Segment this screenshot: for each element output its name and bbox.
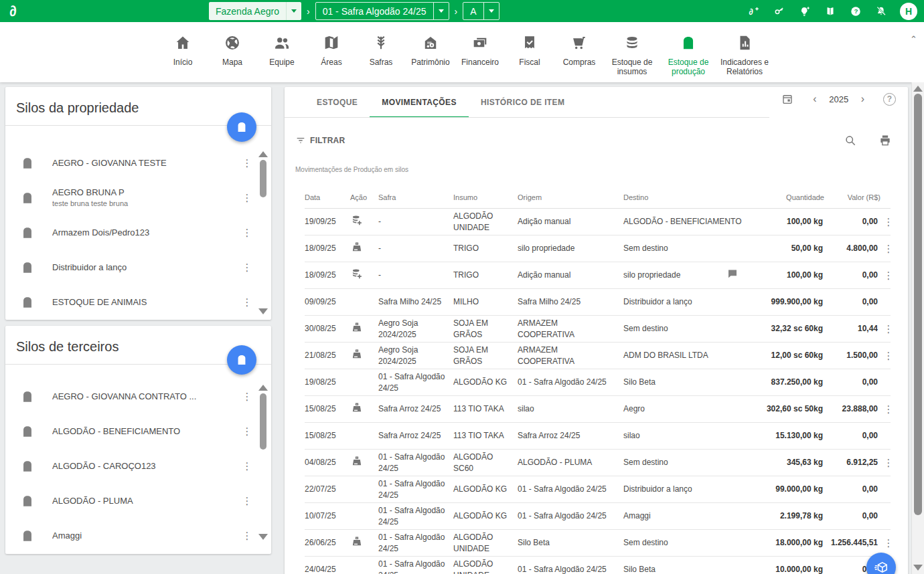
nav-item-inicio[interactable]: Início	[158, 29, 208, 77]
row-kebab-menu-icon[interactable]: ⋮	[880, 457, 897, 469]
row-kebab-menu-icon[interactable]: ⋮	[880, 216, 897, 228]
help-icon[interactable]: ?	[849, 5, 862, 18]
scrollbar-thumb[interactable]	[914, 94, 922, 515]
plot-selector[interactable]: A	[463, 2, 499, 20]
key-icon[interactable]	[773, 5, 786, 18]
calendar-icon[interactable]	[781, 92, 794, 106]
aegro-logo-icon[interactable]: ∂	[9, 2, 18, 20]
scroll-up-icon[interactable]	[913, 86, 923, 92]
silo-list-item[interactable]: Armazem Dois/Pedro123⋮	[5, 215, 255, 250]
scroll-up-icon[interactable]	[258, 151, 268, 157]
cell-valor: 10,44	[824, 323, 880, 334]
third-party-list-scrollbar[interactable]	[258, 385, 268, 540]
kebab-menu-icon[interactable]: ⋮	[239, 530, 255, 542]
table-row[interactable]: 10/07/2501 - Safra Algodão 24/25ALGODÃO …	[305, 503, 891, 530]
farm-selector[interactable]: Fazenda Aegro	[209, 2, 301, 20]
add-third-party-silo-button[interactable]	[227, 345, 256, 375]
season-selector[interactable]: 01 - Safra Algodão 24/25	[315, 2, 449, 20]
tab-movimentacoes[interactable]: MOVIMENTAÇÕES	[370, 87, 469, 118]
property-list-scrollbar[interactable]	[258, 151, 268, 314]
kebab-menu-icon[interactable]: ⋮	[239, 227, 255, 239]
scroll-down-icon[interactable]	[913, 565, 923, 571]
add-property-silo-button[interactable]	[227, 112, 256, 142]
table-row[interactable]: 21/08/25Aegro Soja 2024/2025SOJA EM GRÃO…	[305, 343, 891, 369]
kebab-menu-icon[interactable]: ⋮	[239, 192, 255, 204]
scroll-down-icon[interactable]	[258, 534, 268, 540]
silo-list-item[interactable]: AEGRO - GIOVANNA CONTRATO ...⋮	[5, 379, 255, 414]
help-circle-icon[interactable]: ?	[883, 93, 896, 106]
shipping-fab-button[interactable]	[866, 553, 896, 574]
row-kebab-menu-icon[interactable]: ⋮	[880, 270, 897, 282]
row-kebab-menu-icon[interactable]: ⋮	[880, 350, 897, 362]
nav-item-indicadores-relatorios[interactable]: Indicadores e Relatórios	[716, 29, 773, 77]
tab-estoque[interactable]: ESTOQUE	[305, 87, 370, 118]
nav-item-areas[interactable]: Áreas	[307, 29, 356, 77]
nav-item-estoque-insumos[interactable]: Estoque de insumos	[604, 29, 660, 77]
chevron-down-icon[interactable]	[483, 3, 499, 19]
kebab-menu-icon[interactable]: ⋮	[239, 157, 255, 169]
table-row[interactable]: 30/08/25Aegro Soja 2024/2025SOJA EM GRÃO…	[305, 316, 891, 343]
kebab-menu-icon[interactable]: ⋮	[239, 262, 255, 274]
knowledge-book-icon[interactable]	[824, 5, 837, 18]
silo-list-item[interactable]: ALGODÃO - BENEFICIAMENTO⋮	[5, 414, 255, 449]
nav-item-mapa[interactable]: Mapa	[208, 29, 257, 77]
kebab-menu-icon[interactable]: ⋮	[239, 391, 255, 403]
scrollbar-thumb[interactable]	[260, 160, 266, 197]
nav-item-patrimonio[interactable]: Patrimônio	[406, 29, 455, 77]
filter-button[interactable]: FILTRAR	[295, 135, 345, 146]
table-row[interactable]: 09/09/25Safra Milho 24/25MILHOSafra Milh…	[305, 289, 891, 316]
search-icon[interactable]	[844, 134, 857, 147]
table-row[interactable]: 04/08/2501 - Safra Algodão 24/25ALGODÃO …	[305, 450, 891, 476]
silo-list-item[interactable]: ALGODÃO - PLUMA⋮	[5, 484, 255, 518]
scroll-up-icon[interactable]	[258, 385, 268, 391]
row-kebab-menu-icon[interactable]: ⋮	[880, 323, 897, 335]
scroll-down-icon[interactable]	[258, 308, 268, 314]
chevron-down-icon[interactable]	[433, 3, 449, 19]
table-row[interactable]: 15/08/25Safra Arroz 24/25113 TIO TAKAsil…	[305, 396, 891, 423]
table-row[interactable]: 18/09/25-TRIGOAdição manualsilo propried…	[305, 262, 891, 289]
silo-list-item[interactable]: AEGRO BRUNA Pteste bruna teste bruna⋮	[5, 181, 255, 215]
nav-item-compras[interactable]: Compras	[554, 29, 604, 77]
next-year-icon[interactable]: ›	[854, 93, 871, 105]
print-icon[interactable]	[878, 134, 892, 147]
table-row[interactable]: 15/08/25Safra Arroz 24/25113 TIO TAKASaf…	[305, 423, 891, 450]
comment-icon[interactable]	[726, 268, 739, 282]
receipt-icon	[521, 34, 538, 54]
kebab-menu-icon[interactable]: ⋮	[239, 460, 255, 472]
silo-list-item[interactable]: AEGRO - GIOVANNA TESTE⋮	[5, 146, 255, 181]
table-row[interactable]: 24/04/2501 - Safra Algodão 24/25ALGODÃO …	[305, 557, 891, 574]
silo-icon	[235, 120, 248, 134]
kebab-menu-icon[interactable]: ⋮	[239, 296, 255, 308]
lightbulb-new-icon[interactable]	[798, 5, 812, 18]
kebab-menu-icon[interactable]: ⋮	[239, 495, 255, 507]
row-kebab-menu-icon[interactable]: ⋮	[880, 243, 897, 255]
nav-item-fiscal[interactable]: Fiscal	[505, 29, 554, 77]
silo-list-item[interactable]: Distribuidor a lanço⋮	[5, 250, 255, 285]
weighing-scale-icon	[350, 535, 378, 551]
scrollbar-thumb[interactable]	[260, 393, 266, 450]
notifications-off-icon[interactable]	[874, 5, 888, 18]
collapse-nav-icon[interactable]: ⌃	[910, 34, 917, 44]
window-scrollbar[interactable]	[911, 82, 924, 574]
row-kebab-menu-icon[interactable]: ⋮	[880, 537, 897, 549]
nav-item-financeiro[interactable]: Financeiro	[455, 29, 505, 77]
table-row[interactable]: 22/07/2501 - Safra Algodão 24/25ALGODÃO …	[305, 476, 891, 503]
chevron-down-icon[interactable]	[286, 2, 301, 20]
silo-list-item[interactable]: ALGODÃO - CAROÇO123⋮	[5, 449, 255, 484]
silo-list-item[interactable]: Amaggi⋮	[5, 518, 255, 553]
tab-historico-de-item[interactable]: HISTÓRICO DE ITEM	[469, 87, 576, 118]
table-row[interactable]: 19/09/25-ALGODÃO UNIDADEAdição manualALG…	[305, 209, 891, 235]
silo-list-item[interactable]: ESTOQUE DE ANIMAIS⋮	[5, 285, 255, 320]
row-kebab-menu-icon[interactable]: ⋮	[880, 403, 897, 415]
table-row[interactable]: 19/08/2501 - Safra Algodão 24/25ALGODÃO …	[305, 369, 891, 396]
nav-item-equipe[interactable]: Equipe	[257, 29, 307, 77]
referral-icon[interactable]: ∂	[747, 5, 761, 18]
table-row[interactable]: 26/06/2501 - Safra Algodão 24/25ALGODÃO …	[305, 530, 891, 557]
col-valor: Valor (R$)	[824, 193, 880, 201]
nav-item-estoque-producao[interactable]: Estoque de produção	[660, 29, 716, 77]
avatar[interactable]: H	[900, 3, 917, 20]
nav-item-safras[interactable]: Safras	[356, 29, 406, 77]
kebab-menu-icon[interactable]: ⋮	[239, 425, 255, 438]
previous-year-icon[interactable]: ‹	[806, 93, 823, 105]
table-row[interactable]: 18/09/25-TRIGOsilo propriedadeSem destin…	[305, 235, 891, 262]
